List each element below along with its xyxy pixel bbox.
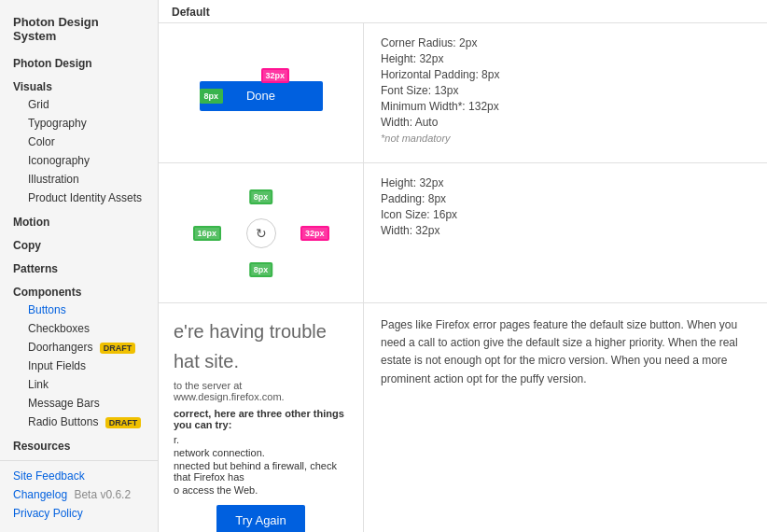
sidebar-item-message-bars[interactable]: Message Bars (0, 394, 158, 413)
button-preview-area: 32px 8px Done 8px (159, 23, 364, 162)
sidebar: Photon Design System Photon Design Visua… (0, 0, 159, 532)
panel-error-page: e're having trouble hat site. to the ser… (159, 303, 767, 532)
panel-icon-button: 8px 8px 16px 32px ↻ Height: 32px Padding… (159, 163, 767, 303)
sidebar-section-patterns[interactable]: Patterns (0, 258, 158, 277)
icon-button-wrap: 8px 8px 16px 32px ↻ (191, 182, 331, 285)
sidebar-title: Photon Design System (0, 9, 158, 49)
panel3-description: Pages like Firefox error pages feature t… (364, 303, 767, 532)
sidebar-item-illustration[interactable]: Illustration (0, 170, 158, 189)
sidebar-section-components: Components (0, 281, 158, 301)
annotation-left: 16px (193, 226, 222, 241)
error-small-text: to the server at www.design.firefox.com. (174, 380, 348, 402)
error-list-1: r. (174, 434, 348, 445)
panel-default-button: 32px 8px Done 8px Corner Radius: 2px Hei… (159, 23, 767, 163)
sidebar-footer-changelog[interactable]: Changelog Beta v0.6.2 (0, 485, 158, 504)
spec-corner-radius: Corner Radius: 2px (381, 36, 750, 49)
sidebar-item-typography[interactable]: Typography (0, 114, 158, 133)
spec-horizontal-padding: Horizontal Padding: 8px (381, 68, 750, 81)
sidebar-item-product-identity[interactable]: Product Identity Assets (0, 189, 158, 207)
spec-note: *not mandatory (381, 133, 750, 144)
panel1-specs: Corner Radius: 2px Height: 32px Horizont… (364, 23, 767, 162)
sidebar-item-grid[interactable]: Grid (0, 95, 158, 114)
annotation-right-padding: 8px (200, 89, 224, 104)
sidebar-section-copy[interactable]: Copy (0, 234, 158, 254)
sidebar-section-motion[interactable]: Motion (0, 211, 158, 231)
sidebar-section-resources[interactable]: Resources (0, 435, 158, 455)
error-page-preview: e're having trouble hat site. to the ser… (159, 303, 364, 532)
error-list-4: o access the Web. (174, 484, 348, 496)
error-heading-2: hat site. (174, 350, 348, 372)
sidebar-item-input-fields[interactable]: Input Fields (0, 357, 158, 375)
spec2-height: Height: 32px (381, 176, 750, 189)
panel2-specs: Height: 32px Padding: 8px Icon Size: 16p… (364, 163, 767, 302)
spec2-icon-size: Icon Size: 16px (381, 208, 750, 221)
sidebar-item-color[interactable]: Color (0, 133, 158, 151)
icon-button-preview-area: 8px 8px 16px 32px ↻ (159, 163, 364, 302)
sidebar-item-iconography[interactable]: Iconography (0, 151, 158, 170)
error-bold-line: correct, here are three other things you… (174, 408, 348, 430)
spec2-width: Width: 32px (381, 224, 750, 237)
error-list-2: network connection. (174, 447, 348, 458)
sidebar-item-doorhangers[interactable]: Doorhangers DRAFT (0, 338, 158, 357)
draft-badge-radio: DRAFT (105, 417, 142, 428)
sidebar-section-photon-design: Photon Design (0, 52, 158, 72)
sidebar-footer-privacy[interactable]: Privacy Policy (0, 504, 158, 523)
sidebar-section-visuals: Visuals (0, 76, 158, 95)
annotation-width: 32px (261, 68, 290, 83)
sidebar-item-checkboxes[interactable]: Checkboxes (0, 319, 158, 338)
sidebar-item-link[interactable]: Link (0, 375, 158, 394)
default-label: Default (159, 0, 767, 23)
error-list-3: nnected but behind a firewall, check tha… (174, 460, 348, 483)
spec-font-size: Font Size: 13px (381, 84, 750, 97)
spec-width: Width: Auto (381, 116, 750, 129)
spec2-padding: Padding: 8px (381, 192, 750, 205)
sidebar-item-radio-buttons[interactable]: Radio Buttons DRAFT (0, 413, 158, 431)
try-again-button[interactable]: Try Again (216, 505, 304, 532)
spec-min-width: Minimum Width*: 132px (381, 100, 750, 113)
spec-height: Height: 32px (381, 52, 750, 65)
annotation-top: 8px (249, 189, 273, 204)
sidebar-divider (0, 460, 158, 461)
sidebar-item-buttons[interactable]: Buttons (0, 301, 158, 319)
sidebar-footer-feedback[interactable]: Site Feedback (0, 467, 158, 485)
error-heading-1: e're having trouble (174, 320, 348, 343)
icon-button-circle[interactable]: ↻ (246, 218, 276, 248)
main-content: Default 32px 8px Done 8px Corner Radius:… (159, 0, 767, 532)
draft-badge-doorhangers: DRAFT (100, 343, 136, 354)
annotation-right: 32px (300, 226, 329, 241)
annotation-bottom: 8px (249, 262, 273, 277)
